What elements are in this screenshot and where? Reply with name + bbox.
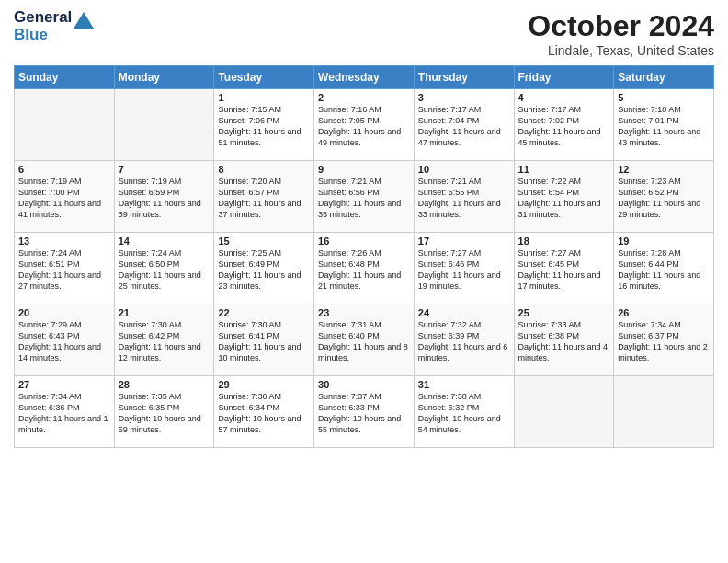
day-cell: 22Sunrise: 7:30 AM Sunset: 6:41 PM Dayli… — [214, 304, 314, 376]
week-row-3: 13Sunrise: 7:24 AM Sunset: 6:51 PM Dayli… — [15, 233, 714, 304]
day-number: 1 — [218, 92, 310, 103]
week-row-4: 20Sunrise: 7:29 AM Sunset: 6:43 PM Dayli… — [15, 304, 714, 376]
day-number: 19 — [618, 236, 710, 247]
day-info: Sunrise: 7:16 AM Sunset: 7:05 PM Dayligh… — [318, 104, 410, 149]
week-row-2: 6Sunrise: 7:19 AM Sunset: 7:00 PM Daylig… — [15, 161, 714, 233]
svg-marker-0 — [74, 12, 94, 29]
day-info: Sunrise: 7:21 AM Sunset: 6:55 PM Dayligh… — [418, 176, 510, 221]
weekday-wednesday: Wednesday — [314, 66, 415, 89]
logo-general: General — [14, 8, 72, 26]
day-cell: 30Sunrise: 7:37 AM Sunset: 6:33 PM Dayli… — [314, 376, 415, 448]
day-info: Sunrise: 7:31 AM Sunset: 6:40 PM Dayligh… — [318, 319, 410, 364]
day-cell: 26Sunrise: 7:34 AM Sunset: 6:37 PM Dayli… — [614, 304, 714, 376]
day-number: 9 — [318, 164, 410, 175]
day-cell: 5Sunrise: 7:18 AM Sunset: 7:01 PM Daylig… — [614, 89, 714, 161]
weekday-thursday: Thursday — [414, 66, 514, 89]
day-cell: 13Sunrise: 7:24 AM Sunset: 6:51 PM Dayli… — [15, 233, 115, 304]
day-info: Sunrise: 7:19 AM Sunset: 7:00 PM Dayligh… — [18, 176, 110, 221]
day-number: 3 — [418, 92, 510, 103]
day-cell: 23Sunrise: 7:31 AM Sunset: 6:40 PM Dayli… — [314, 304, 415, 376]
day-number: 15 — [218, 236, 310, 247]
day-number: 25 — [518, 307, 610, 318]
day-number: 8 — [218, 164, 310, 175]
day-cell: 20Sunrise: 7:29 AM Sunset: 6:43 PM Dayli… — [15, 304, 115, 376]
day-info: Sunrise: 7:26 AM Sunset: 6:48 PM Dayligh… — [318, 247, 410, 293]
day-cell: 19Sunrise: 7:28 AM Sunset: 6:44 PM Dayli… — [614, 233, 714, 304]
day-cell: 31Sunrise: 7:38 AM Sunset: 6:32 PM Dayli… — [414, 376, 514, 448]
weekday-monday: Monday — [114, 66, 214, 89]
day-cell — [514, 376, 614, 448]
location: Lindale, Texas, United States — [528, 43, 714, 58]
day-number: 14 — [119, 236, 210, 247]
weekday-sunday: Sunday — [15, 66, 115, 89]
day-info: Sunrise: 7:24 AM Sunset: 6:51 PM Dayligh… — [18, 247, 110, 293]
day-info: Sunrise: 7:22 AM Sunset: 6:54 PM Dayligh… — [518, 176, 610, 221]
day-info: Sunrise: 7:23 AM Sunset: 6:52 PM Dayligh… — [618, 176, 710, 221]
day-number: 13 — [18, 236, 110, 247]
day-number: 6 — [18, 164, 110, 175]
day-cell: 18Sunrise: 7:27 AM Sunset: 6:45 PM Dayli… — [514, 233, 614, 304]
page-container: General Blue October 2024 Lindale, Texas… — [0, 0, 728, 457]
day-cell: 8Sunrise: 7:20 AM Sunset: 6:57 PM Daylig… — [214, 161, 314, 233]
day-number: 18 — [518, 236, 610, 247]
day-cell: 6Sunrise: 7:19 AM Sunset: 7:00 PM Daylig… — [15, 161, 115, 233]
day-cell: 7Sunrise: 7:19 AM Sunset: 6:59 PM Daylig… — [114, 161, 214, 233]
weekday-tuesday: Tuesday — [214, 66, 314, 89]
day-cell — [614, 376, 714, 448]
day-cell: 25Sunrise: 7:33 AM Sunset: 6:38 PM Dayli… — [514, 304, 614, 376]
day-number: 5 — [618, 92, 710, 103]
day-info: Sunrise: 7:32 AM Sunset: 6:39 PM Dayligh… — [418, 319, 510, 364]
day-cell: 11Sunrise: 7:22 AM Sunset: 6:54 PM Dayli… — [514, 161, 614, 233]
day-info: Sunrise: 7:35 AM Sunset: 6:35 PM Dayligh… — [119, 391, 210, 436]
week-row-1: 1Sunrise: 7:15 AM Sunset: 7:06 PM Daylig… — [15, 89, 714, 161]
day-cell: 28Sunrise: 7:35 AM Sunset: 6:35 PM Dayli… — [114, 376, 214, 448]
day-cell: 9Sunrise: 7:21 AM Sunset: 6:56 PM Daylig… — [314, 161, 415, 233]
day-cell: 27Sunrise: 7:34 AM Sunset: 6:36 PM Dayli… — [15, 376, 115, 448]
day-cell: 10Sunrise: 7:21 AM Sunset: 6:55 PM Dayli… — [414, 161, 514, 233]
day-number: 2 — [318, 92, 410, 103]
day-cell — [15, 89, 115, 161]
day-number: 28 — [119, 379, 210, 390]
day-info: Sunrise: 7:30 AM Sunset: 6:41 PM Dayligh… — [218, 319, 310, 364]
day-number: 27 — [18, 379, 110, 390]
day-cell: 14Sunrise: 7:24 AM Sunset: 6:50 PM Dayli… — [114, 233, 214, 304]
day-number: 20 — [18, 307, 110, 318]
day-number: 4 — [518, 92, 610, 103]
day-info: Sunrise: 7:33 AM Sunset: 6:38 PM Dayligh… — [518, 319, 610, 364]
day-cell: 16Sunrise: 7:26 AM Sunset: 6:48 PM Dayli… — [314, 233, 415, 304]
day-info: Sunrise: 7:28 AM Sunset: 6:44 PM Dayligh… — [618, 247, 710, 293]
day-info: Sunrise: 7:20 AM Sunset: 6:57 PM Dayligh… — [218, 176, 310, 221]
day-number: 12 — [618, 164, 710, 175]
day-cell: 2Sunrise: 7:16 AM Sunset: 7:05 PM Daylig… — [314, 89, 415, 161]
day-info: Sunrise: 7:17 AM Sunset: 7:04 PM Dayligh… — [418, 104, 510, 149]
day-info: Sunrise: 7:25 AM Sunset: 6:49 PM Dayligh… — [218, 247, 310, 293]
day-info: Sunrise: 7:34 AM Sunset: 6:36 PM Dayligh… — [18, 391, 110, 436]
weekday-saturday: Saturday — [614, 66, 714, 89]
day-number: 10 — [418, 164, 510, 175]
day-cell: 15Sunrise: 7:25 AM Sunset: 6:49 PM Dayli… — [214, 233, 314, 304]
day-number: 23 — [318, 307, 410, 318]
day-info: Sunrise: 7:18 AM Sunset: 7:01 PM Dayligh… — [618, 104, 710, 149]
day-number: 17 — [418, 236, 510, 247]
day-number: 7 — [119, 164, 210, 175]
day-number: 22 — [218, 307, 310, 318]
day-cell: 21Sunrise: 7:30 AM Sunset: 6:42 PM Dayli… — [114, 304, 214, 376]
day-info: Sunrise: 7:24 AM Sunset: 6:50 PM Dayligh… — [119, 247, 210, 293]
day-info: Sunrise: 7:19 AM Sunset: 6:59 PM Dayligh… — [119, 176, 210, 221]
week-row-5: 27Sunrise: 7:34 AM Sunset: 6:36 PM Dayli… — [15, 376, 714, 448]
logo-blue: Blue — [14, 26, 48, 43]
weekday-header-row: SundayMondayTuesdayWednesdayThursdayFrid… — [15, 66, 714, 89]
day-number: 21 — [119, 307, 210, 318]
day-number: 30 — [318, 379, 410, 390]
title-block: October 2024 Lindale, Texas, United Stat… — [528, 9, 714, 58]
day-info: Sunrise: 7:36 AM Sunset: 6:34 PM Dayligh… — [218, 391, 310, 436]
day-number: 11 — [518, 164, 610, 175]
day-info: Sunrise: 7:15 AM Sunset: 7:06 PM Dayligh… — [218, 104, 310, 149]
day-cell — [114, 89, 214, 161]
day-cell: 29Sunrise: 7:36 AM Sunset: 6:34 PM Dayli… — [214, 376, 314, 448]
day-cell: 1Sunrise: 7:15 AM Sunset: 7:06 PM Daylig… — [214, 89, 314, 161]
day-info: Sunrise: 7:38 AM Sunset: 6:32 PM Dayligh… — [418, 391, 510, 436]
day-cell: 3Sunrise: 7:17 AM Sunset: 7:04 PM Daylig… — [414, 89, 514, 161]
day-info: Sunrise: 7:27 AM Sunset: 6:45 PM Dayligh… — [518, 247, 610, 293]
day-cell: 4Sunrise: 7:17 AM Sunset: 7:02 PM Daylig… — [514, 89, 614, 161]
